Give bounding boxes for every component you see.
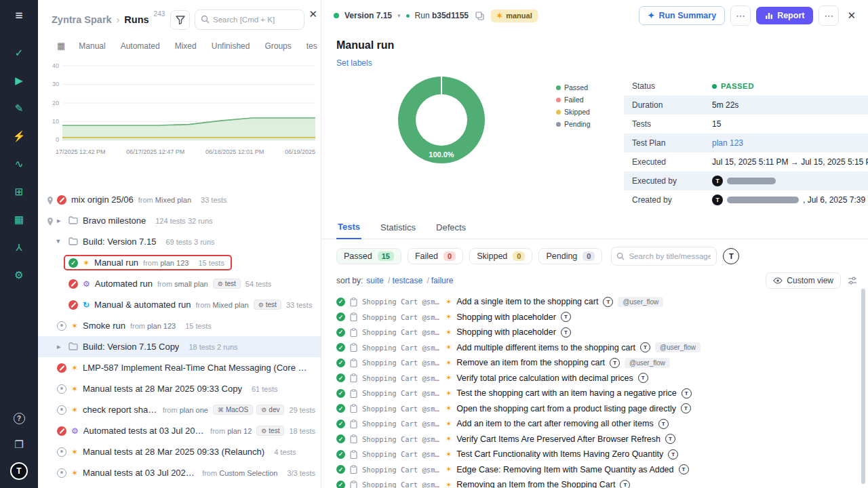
test-row[interactable]: Shopping Cart @sm… Test Cart Functionali… bbox=[321, 447, 868, 462]
report-button[interactable]: Report bbox=[756, 7, 813, 24]
run-row[interactable]: Bravo milestone 124 tests 32 runs bbox=[38, 210, 321, 231]
test-row[interactable]: Shopping Cart @sm… Test the shopping car… bbox=[321, 386, 868, 401]
close-runs-panel-button[interactable]: ✕ bbox=[309, 8, 317, 20]
runs-filter-tab[interactable]: Unfinished bbox=[212, 41, 250, 51]
filter-button[interactable] bbox=[170, 10, 190, 30]
rail-icon[interactable]: ▦ bbox=[8, 211, 30, 228]
test-title[interactable]: Add multiple different items to the shop… bbox=[456, 343, 635, 352]
set-labels-link[interactable]: Set labels bbox=[336, 58, 372, 68]
run-row[interactable]: Build: Version 7.15 Copy 18 tests 2 runs bbox=[38, 336, 321, 357]
status-filter-chip[interactable]: Passed 15 bbox=[336, 248, 401, 264]
test-search-input[interactable] bbox=[611, 247, 717, 266]
status-filter-chip[interactable]: Failed 0 bbox=[408, 248, 463, 264]
rail-icon[interactable]: ✎ bbox=[8, 100, 30, 117]
copy-run-id-button[interactable] bbox=[474, 12, 486, 20]
test-title[interactable]: Test Cart Functionality with Items Havin… bbox=[456, 449, 663, 459]
sort-option[interactable]: failure bbox=[431, 276, 454, 285]
run-row[interactable]: Manual tests at 28 Mar 2025 09:33 Copy 6… bbox=[38, 378, 321, 399]
test-title[interactable]: Verify total price calculation with deci… bbox=[456, 373, 633, 383]
run-detail-tab[interactable]: Statistics bbox=[379, 222, 417, 239]
manual-icon bbox=[446, 359, 452, 367]
rail-icon[interactable]: ✓ bbox=[8, 44, 30, 62]
run-row[interactable]: mix origin 25/06 from Mixed plan 33 test… bbox=[38, 189, 321, 210]
rail-icon[interactable]: T bbox=[8, 462, 30, 480]
test-title[interactable]: Remove an item from the shopping cart bbox=[456, 358, 605, 367]
run-row[interactable]: LMP-587 Implement Real-Time Chat Messagi… bbox=[38, 357, 321, 378]
test-title[interactable]: Shopping with placeholder bbox=[456, 327, 556, 337]
run-row[interactable]: Manual run from plan 123 15 tests bbox=[38, 252, 321, 273]
rail-icon[interactable]: ⊞ bbox=[8, 183, 30, 201]
runs-filter-tab[interactable]: Manual bbox=[79, 41, 105, 51]
passed-icon bbox=[336, 328, 345, 337]
rail-icon[interactable]: Y bbox=[8, 239, 30, 256]
run-summary-button[interactable]: ✦Run Summary bbox=[639, 6, 725, 25]
summary-more-button[interactable]: ⋯ bbox=[730, 5, 751, 26]
passed-icon bbox=[336, 450, 345, 459]
test-row[interactable]: Shopping Cart @sm… Shopping with placeho… bbox=[321, 325, 868, 340]
run-row[interactable]: Automated run from small plan ⚙test 54 t… bbox=[38, 273, 321, 294]
run-row[interactable]: Automated tests at 03 Jul 2025 13:25 fro… bbox=[38, 420, 321, 441]
view-settings-icon[interactable] bbox=[848, 277, 857, 285]
runs-search-input[interactable] bbox=[195, 9, 304, 30]
run-row[interactable]: Smoke run from plan 123 15 tests bbox=[38, 315, 321, 336]
run-info-table: Status PASSED Duration bbox=[624, 77, 868, 209]
test-row[interactable]: Shopping Cart @sm… Open the shopping car… bbox=[321, 401, 868, 417]
test-row[interactable]: Shopping Cart @sm… Add multiple differen… bbox=[321, 340, 868, 356]
grid-view-icon[interactable]: ▦ bbox=[57, 41, 65, 51]
run-meta: 15 tests bbox=[185, 322, 212, 330]
version-selector[interactable]: Version 7.15 bbox=[344, 11, 392, 20]
test-row[interactable]: Shopping Cart @sm… Removing an Item from… bbox=[321, 477, 868, 488]
test-title[interactable]: Verify Cart Items Are Preserved After Br… bbox=[456, 434, 660, 444]
test-title[interactable]: Add an item to the cart after removing a… bbox=[456, 419, 653, 428]
run-row[interactable]: Build: Version 7.15 69 tests 3 runs bbox=[38, 231, 321, 252]
test-row[interactable]: Shopping Cart @sm… Remove an item from t… bbox=[321, 355, 868, 371]
rail-icon[interactable]: ∿ bbox=[8, 155, 30, 173]
rail-icon[interactable]: ❐ bbox=[8, 436, 30, 453]
run-detail-tab[interactable]: Tests bbox=[336, 222, 361, 239]
run-row[interactable]: Manual tests at 03 Jul 2025 12:08 from C… bbox=[38, 462, 321, 483]
test-row[interactable]: Shopping Cart @sm… Add a single item to … bbox=[321, 294, 868, 310]
chevron-icon[interactable] bbox=[57, 217, 64, 224]
sort-option[interactable]: suite bbox=[366, 276, 392, 285]
rail-icon[interactable]: ≡ bbox=[8, 7, 30, 24]
redacted-name bbox=[727, 178, 776, 184]
rail-icon[interactable]: ▶ bbox=[8, 72, 30, 89]
test-row[interactable]: Shopping Cart @sm… Verify Cart Items Are… bbox=[321, 432, 868, 447]
breadcrumb-project[interactable]: Zyntra Spark bbox=[52, 14, 112, 25]
run-type-icon bbox=[83, 259, 90, 267]
rail-icon[interactable]: ? bbox=[8, 409, 30, 427]
test-title[interactable]: Removing an Item from the Shopping Cart bbox=[456, 480, 615, 488]
run-row[interactable]: Manual tests at 28 Mar 2025 09:33 (Relau… bbox=[38, 441, 321, 462]
suite-label: Shopping Cart @sm… bbox=[362, 466, 441, 474]
runs-filter-tab[interactable]: tes bbox=[307, 41, 317, 51]
test-title[interactable]: Test the shopping cart with an item havi… bbox=[456, 388, 677, 398]
test-row[interactable]: Shopping Cart @sm… Shopping with placeho… bbox=[321, 310, 868, 325]
runs-filter-tab[interactable]: Mixed bbox=[175, 41, 197, 51]
runs-filter-tab[interactable]: Groups bbox=[264, 41, 291, 51]
runs-filter-tab[interactable]: Automated bbox=[121, 41, 160, 51]
test-row[interactable]: Shopping Cart @sm… Add an item to the ca… bbox=[321, 416, 868, 432]
close-run-detail-button[interactable]: ✕ bbox=[844, 8, 859, 23]
info-label: Test Plan bbox=[632, 138, 712, 148]
status-filter-chip[interactable]: Skipped 0 bbox=[469, 248, 532, 264]
run-more-button[interactable]: ⋯ bbox=[818, 5, 839, 26]
sort-option[interactable]: testcase bbox=[392, 276, 431, 285]
run-detail-tab[interactable]: Defects bbox=[435, 222, 467, 239]
test-title[interactable]: Open the shopping cart from a product li… bbox=[456, 404, 676, 413]
rail-icon[interactable]: ⚡ bbox=[8, 127, 30, 145]
run-title: Manual run bbox=[94, 258, 138, 268]
test-row[interactable]: Shopping Cart @sm… Edge Case: Removing I… bbox=[321, 462, 868, 478]
status-filter-chip[interactable]: Pending 0 bbox=[538, 248, 602, 264]
run-row[interactable]: check report sharing from plan one ⌘MacO… bbox=[38, 399, 321, 420]
test-row[interactable]: Shopping Cart @sm… Verify total price ca… bbox=[321, 371, 868, 386]
scrollbar[interactable] bbox=[861, 289, 865, 484]
chevron-icon[interactable] bbox=[57, 343, 64, 350]
custom-view-button[interactable]: Custom view bbox=[766, 272, 841, 289]
test-title[interactable]: Shopping with placeholder bbox=[456, 312, 556, 322]
reporter-filter-avatar[interactable]: T bbox=[723, 248, 739, 264]
run-row[interactable]: Manual & automated run from Mixed plan ⚙… bbox=[38, 294, 321, 315]
rail-icon[interactable]: ⚙ bbox=[8, 266, 30, 284]
test-title[interactable]: Add a single item to the shopping cart bbox=[456, 297, 598, 306]
chevron-icon[interactable] bbox=[57, 238, 64, 245]
test-title[interactable]: Edge Case: Removing Item with Same Quant… bbox=[456, 465, 673, 474]
